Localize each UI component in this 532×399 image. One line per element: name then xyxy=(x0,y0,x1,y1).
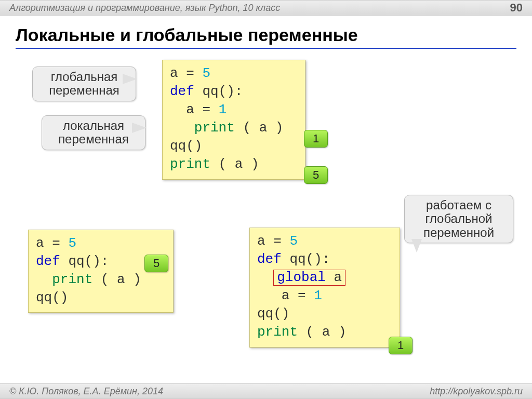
code-box-3: a = 5 def qq(): global a a = 1 qq() prin… xyxy=(249,228,400,348)
title-underline xyxy=(16,48,516,49)
callout-global-var-pointer xyxy=(123,74,137,84)
copyright-text: © К.Ю. Поляков, Е.А. Ерёмин, 2014 xyxy=(9,386,163,397)
result-badge-5a: 5 xyxy=(304,166,328,184)
header-strip: Алгоритмизация и программирование, язык … xyxy=(0,0,532,16)
callout-work-global-pointer xyxy=(411,239,422,252)
callout-local-var: локальная переменная xyxy=(42,115,145,150)
result-badge-5b: 5 xyxy=(144,255,168,272)
callout-work-global: работаем с глобальной переменной xyxy=(404,195,513,243)
page-number: 90 xyxy=(510,1,523,15)
course-text: Алгоритмизация и программирование, язык … xyxy=(9,3,280,14)
callout-local-var-pointer xyxy=(132,123,147,133)
footer-strip: © К.Ю. Поляков, Е.А. Ерёмин, 2014 http:/… xyxy=(0,383,532,399)
callout-global-var: глобальная переменная xyxy=(32,66,136,101)
code-box-1: a = 5 def qq(): a = 1 print ( a ) qq() p… xyxy=(162,60,305,180)
footer-url: http://kpolyakov.spb.ru xyxy=(430,386,523,397)
slide-title: Локальные и глобальные переменные xyxy=(16,25,358,45)
result-badge-1: 1 xyxy=(304,130,328,148)
result-badge-1b: 1 xyxy=(389,337,413,354)
